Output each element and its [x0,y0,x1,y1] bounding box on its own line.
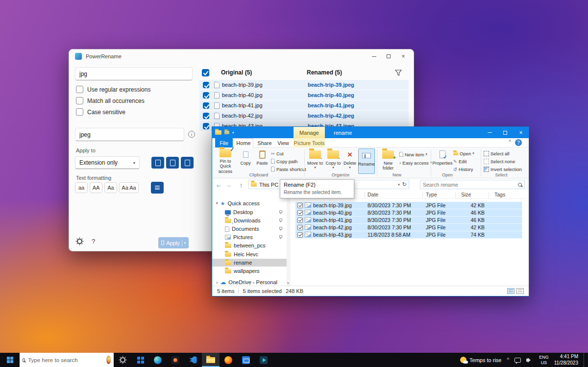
tab-share[interactable]: Share [255,138,274,147]
taskbar-app-firefox[interactable] [220,353,237,367]
preview-row[interactable]: beach-trip-40.jpg beach-trip-40.jpeg [199,90,409,100]
include-subfolders-button[interactable] [181,157,194,169]
search-for-input[interactable] [75,67,193,80]
help-icon[interactable] [515,139,522,146]
row-checkbox[interactable] [203,102,209,109]
file-row[interactable]: beach-trip-40.jpg 8/30/2023 7:30 PM JPG … [295,209,522,217]
replace-with-input[interactable] [75,128,184,141]
file-checkbox[interactable] [297,218,303,223]
paste-button[interactable]: Paste [254,148,270,174]
tab-picture-tools[interactable]: Picture Tools [294,138,325,147]
column-date[interactable]: Date [368,192,378,197]
apply-button[interactable]: Apply [158,237,189,248]
copy-button[interactable]: Copy [238,148,253,174]
column-divider[interactable] [489,192,489,198]
show-desktop-button[interactable] [584,353,586,367]
back-button[interactable] [214,180,223,189]
address-location[interactable]: This PC [259,182,278,188]
select-none-button[interactable]: Select none [484,157,515,165]
refresh-icon[interactable] [402,181,407,188]
sidebar-item-wallpapers[interactable]: wallpapers [212,267,287,275]
invert-selection-button[interactable]: Invert selection [484,165,522,173]
preview-row[interactable]: beach-trip-41.jpg beach-trip-41.jpeg [199,100,409,110]
file-checkbox[interactable] [297,225,303,230]
cut-button[interactable]: Cut [271,149,284,157]
sidebar-item-rename[interactable]: rename [212,259,287,267]
original-column-header[interactable]: Original (5) [221,69,252,76]
info-icon[interactable] [188,131,195,138]
file-checkbox[interactable] [297,210,303,216]
column-divider[interactable] [365,192,365,198]
sidebar-item-documents[interactable]: Documents [212,225,287,233]
qat-customize-icon[interactable] [232,131,234,135]
explorer-search-box[interactable] [420,180,525,189]
file-checkbox[interactable] [297,232,303,238]
sidebar-item-pictures[interactable]: Pictures [212,233,287,241]
row-checkbox[interactable] [203,82,209,88]
tab-view[interactable]: View [275,138,292,147]
up-button[interactable] [237,180,245,189]
weather-widget[interactable]: Temps to rise [460,357,501,363]
match-all-checkbox[interactable] [76,97,83,104]
thumbnails-view-button[interactable] [516,288,524,294]
copy-path-button[interactable]: Copy path [271,157,297,165]
column-type[interactable]: Type [426,192,437,197]
close-button[interactable] [396,50,411,62]
include-folders-button[interactable] [166,157,179,169]
titlecase-button[interactable]: Aa [104,182,117,193]
start-button[interactable] [0,353,20,367]
apply-dropdown-icon[interactable] [184,241,186,245]
new-item-button[interactable]: New item [399,150,427,158]
pin-to-quick-access-button[interactable]: Pin to Quick access [214,148,237,174]
copy-to-button[interactable]: → Copy to [325,148,342,174]
uppercase-button[interactable]: AA [90,182,102,193]
tab-file[interactable]: File [215,138,233,147]
taskbar-search[interactable] [20,353,114,367]
properties-button[interactable]: ✓ Properties [433,148,452,174]
minimize-button[interactable] [367,50,381,62]
search-highlight-icon[interactable] [106,356,111,364]
enumerate-items-button[interactable] [151,182,164,194]
taskbar-app-edge[interactable] [149,353,167,367]
taskbar-app-photos[interactable] [167,353,184,367]
maximize-button[interactable] [381,50,396,62]
taskbar-app-vscode[interactable] [184,353,202,367]
include-files-button[interactable] [151,157,164,169]
taskbar-search-input[interactable] [28,357,103,363]
open-button[interactable]: Open [453,149,474,157]
column-divider[interactable] [455,192,456,198]
column-size[interactable]: Size [461,192,471,197]
taskbar-app-media[interactable] [255,353,272,367]
tab-home[interactable]: Home [234,138,253,147]
preview-row[interactable]: beach-trip-39.jpg beach-trip-39.jpeg [199,80,409,90]
file-checkbox[interactable] [297,203,303,208]
taskbar-app-mail[interactable] [237,353,255,367]
file-row[interactable]: beach-trip-42.jpg 8/30/2023 7:30 PM JPG … [295,224,522,231]
close-button[interactable] [513,127,529,138]
file-row[interactable]: beach-trip-43.jpg 11/8/2023 8:58 AM JPG … [295,231,522,239]
row-checkbox[interactable] [203,92,209,98]
move-to-button[interactable]: → Move to [306,148,324,174]
sidebar-item-desktop[interactable]: Desktop [212,208,287,216]
sidebar-item-between-pcs[interactable]: between_pcs [212,242,287,249]
select-all-button[interactable]: Select all [484,149,510,157]
new-folder-button[interactable]: + New folder [379,148,397,174]
paste-shortcut-button[interactable]: Paste shortcut [271,165,306,173]
renamed-column-header[interactable]: Renamed (5) [307,69,342,76]
file-row[interactable]: beach-trip-41.jpg 8/30/2023 7:30 PM JPG … [295,217,522,224]
expander-icon[interactable] [216,201,218,205]
collapse-ribbon-icon[interactable] [509,139,511,145]
explorer-search-input[interactable] [423,182,515,188]
address-dropdown-icon[interactable] [398,183,400,187]
sidebar-scrollbar[interactable] [287,192,291,286]
sidebar-item-quick-access[interactable]: Quick access [212,199,287,207]
use-regex-checkbox[interactable] [76,86,83,93]
settings-gear-icon[interactable] [77,239,82,244]
rename-button[interactable]: Rename [358,148,375,174]
case-sensitive-checkbox[interactable] [76,108,83,116]
filter-icon[interactable] [395,70,402,76]
minimize-button[interactable] [482,127,497,138]
chat-icon[interactable] [514,358,521,363]
maximize-button[interactable] [497,127,513,138]
preview-row[interactable]: beach-trip-42.jpg beach-trip-42.jpeg [199,111,409,121]
